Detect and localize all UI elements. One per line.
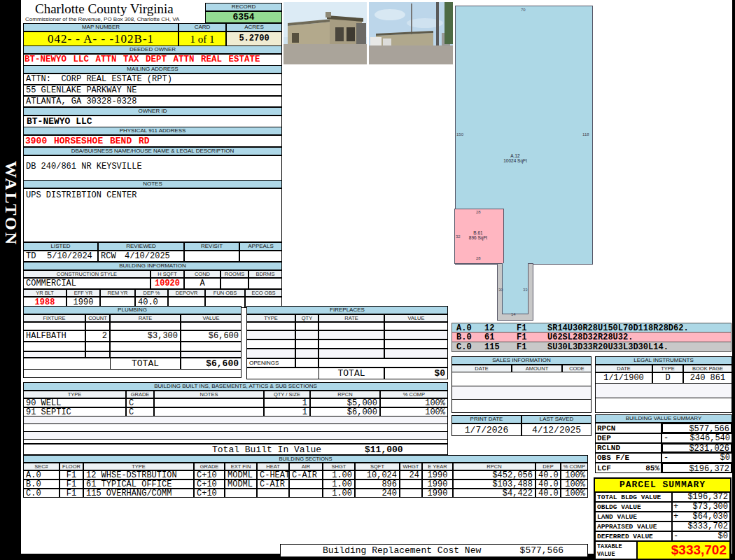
col-header: ROOMS [220,270,248,278]
op-sign [663,464,674,472]
col-header: RATE [110,314,181,322]
hsqft-value: 10920 [150,278,184,289]
table-row: 91 SEPTIC C 1 $6,000 100% [23,407,448,416]
vector-floor: F1 [517,342,547,351]
col-header: RATE [318,314,384,322]
value-text: $196,372 [674,464,731,472]
parcel-row: DEFERRED VALUE - $0 [595,531,730,541]
type-cell: 90 WELL [23,398,126,407]
value-summary-title: BUILDING VALUE SUMMARY [595,414,732,423]
shgt-cell: 1.00 [323,470,355,479]
dimension-label: 33 [523,288,528,292]
label-text: RPCN [597,424,615,433]
col-header: COND [184,270,220,278]
dimension-label: 150 [456,132,463,136]
label-text: LCF [597,463,611,472]
col-header: FIXTURE [23,314,85,322]
grade-cell: C [126,398,154,407]
label-text: DEP [597,434,611,442]
mailing-address-header: MAILING ADDRESS [23,65,282,74]
mailing-line: 55 GLENLAKE PARKWAY NE [23,85,282,96]
fixture-cell: HALFBATH [23,330,85,342]
dep-cell: 40.0 [536,479,561,489]
value-text: $64,030 [681,512,729,521]
value-text: $577,566 [674,424,731,432]
op-sign: - [662,434,673,442]
col-header: BOOK PAGE [683,365,732,372]
construction-style-value: COMMERCIAL [23,278,150,289]
parcel-value: $196,372 [672,492,730,502]
table-row: B.0 F1 61 TYPICAL OFFICE C+10 MODML C-AI… [23,479,588,489]
parcel-value: $333,702 [672,522,730,531]
notes-cell [154,398,264,407]
parcel-row: APPRAISED VALUE $333,702 [595,522,730,531]
eyear-cell: 1990 [422,470,453,479]
col-header: WHGT [400,463,422,470]
value-text: $333,702 [681,522,729,531]
builtins-table: BUILDING BUILT INS, BASEMENTS, ATTICS & … [23,382,448,455]
extfin-cell: MODML [225,470,257,479]
county-header: Charlotte County Virginia Commissioner o… [25,2,204,24]
air-cell [289,479,323,489]
fireplaces-title: FIREPLACES [246,306,448,314]
count-cell: 2 [85,330,110,342]
col-header: VALUE [181,314,241,322]
parcel-row: OBLDG VALUE + $73,300 [595,502,730,512]
parcel-value: + $73,300 [672,502,730,512]
cond-value: A [184,278,220,289]
legal-date: 1/1/1900 [595,372,652,384]
shgt-cell: 1.00 [323,479,355,489]
county-title: Charlotte County Virginia [25,2,204,16]
walton-watermark-text: WALTON [1,161,20,246]
listed-label: LISTED [23,242,98,251]
summary-row: DEP - $346,540 [595,433,732,443]
card-value: 1 of 1 [178,31,226,46]
bdrms-value [248,278,282,289]
replacement-cost-value: $577,566 [481,545,587,556]
value-cell: $6,600 [181,330,241,342]
plumbing-total-label: TOTAL [110,358,181,370]
col-header: % COMP [561,463,588,470]
vector-row-b: B.0 61 F1 U62SL28D32R28U32. [451,332,732,342]
walton-watermark-bar: WALTON [0,0,21,560]
op-sign [673,493,681,501]
deeded-owner-header: DEEDED OWNER [23,46,282,54]
parcel-value: - $0 [672,531,730,541]
op-sign: - [673,532,681,540]
col-header: AMOUNT [512,365,562,372]
rpcn-cell: $103,488 [453,479,536,489]
floor-cell: F1 [59,479,83,489]
floor-cell: F1 [59,489,83,498]
sec-cell: C.0 [23,489,59,498]
table-row: 90 WELL C 1 $5,000 100% [23,398,448,407]
dimension-label: 32 [456,234,461,239]
print-date-label: PRINT DATE [451,415,522,424]
value-text: $346,540 [673,434,732,442]
col-header: HEAT [257,463,289,470]
parcel-label: TOTAL BLDG VALUE [595,492,672,502]
vector-path: SR14U30R28U150L70D118R28D62. [547,323,689,332]
op-sign: + [673,503,681,511]
col-header: ECO OBS [245,289,282,297]
builtins-total-value: $11,000 [352,444,448,455]
dba-legal: DBA/BUISNESS NAME/HOUSE NAME & LEGAL DES… [23,147,282,181]
comp-cell: 100% [561,479,588,489]
extfin-cell [225,489,257,498]
shgt-cell: 1.00 [323,489,355,498]
sqft-cell: 240 [355,489,400,498]
record-box: RECORD 6354 [205,3,282,23]
comp-cell: 100% [561,489,588,498]
vector-type: 61 [484,332,517,342]
summary-label: RPCN [595,423,662,433]
col-header: TYPE [83,463,194,470]
fireplaces-table: FIREPLACES TYPE QTY RATE VALUE OPENINGS [246,306,448,379]
vector-row-a: A.0 12 F1 SR14U30R28U150L70D118R28D62. [451,323,732,332]
record-value: 6354 [205,11,282,23]
op-sign [663,424,674,432]
table-row: HALFBATH 2 $3,300 $6,600 [23,330,241,342]
value-text: $0 [681,532,729,540]
comp-cell: 100% [380,398,448,407]
heat-cell: C-HEAT [257,470,289,479]
dimension-label: 30 [498,288,503,292]
last-saved-value: 4/12/2025 [522,424,592,436]
